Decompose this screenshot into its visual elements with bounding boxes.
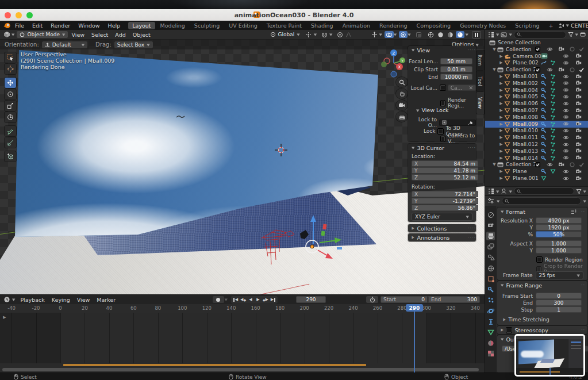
annotations-panel[interactable]: ▼Annotations···· <box>408 233 476 241</box>
filter-display-mode-icon[interactable] <box>487 188 494 194</box>
outliner-search[interactable] <box>514 31 566 39</box>
nodes-icon[interactable] <box>550 148 556 154</box>
expand-toggle[interactable]: ▶ <box>499 54 504 59</box>
chkdim-toggle-icon[interactable] <box>579 47 584 52</box>
view-lock-title[interactable]: View Lock <box>421 107 448 113</box>
properties-search[interactable] <box>502 197 581 205</box>
new-collection-icon[interactable] <box>580 32 586 37</box>
circ-toggle-icon[interactable] <box>570 67 575 72</box>
properties-tab-particles[interactable] <box>486 296 495 305</box>
clip-end-field[interactable]: 10000 m <box>440 74 472 80</box>
outliner-filter-icon[interactable] <box>568 32 574 37</box>
cam-toggle-icon[interactable] <box>575 80 582 86</box>
circ-toggle-icon[interactable] <box>570 47 575 52</box>
wrench-icon[interactable] <box>541 108 547 113</box>
expand-toggle[interactable]: ▼ <box>492 162 497 167</box>
nodes-icon[interactable] <box>550 80 556 86</box>
outliner-row-mball-005[interactable]: ▶Mball.005 <box>485 93 588 100</box>
expand-toggle[interactable]: ▶ <box>499 101 504 106</box>
eye-toggle-icon[interactable] <box>563 121 569 126</box>
outliner-row-mball-011[interactable]: ▶Mball.011 <box>485 134 588 141</box>
workspace-tab-geometry-nodes[interactable]: Geometry Nodes <box>456 22 510 29</box>
playhead-frame-badge[interactable]: 290 <box>406 304 423 312</box>
properties-tab-scene[interactable] <box>486 253 495 262</box>
shading-material-button[interactable] <box>446 31 455 38</box>
timeline-channels[interactable]: ▶ <box>0 313 485 363</box>
format-panel-title[interactable]: Format <box>506 209 525 215</box>
clip-start-field[interactable]: 0.01 m <box>440 66 472 72</box>
auto-keying-record-button[interactable] <box>213 296 224 303</box>
workspace-tab-rendering[interactable]: Rendering <box>375 22 412 29</box>
scene-selector[interactable]: ▼ CENTER <box>558 22 588 29</box>
circ-toggle-icon[interactable] <box>570 162 575 167</box>
cam-toggle-icon[interactable] <box>575 74 582 79</box>
nodes-icon[interactable] <box>550 121 556 127</box>
expand-toggle[interactable]: ▶ <box>499 128 504 133</box>
move-gizmo[interactable] <box>306 215 342 259</box>
pan-view-button[interactable] <box>396 89 408 99</box>
local-camera-field[interactable]: Ca...✕ <box>448 85 476 91</box>
shading-wireframe-button[interactable] <box>426 31 435 38</box>
outliner-row-mball-008[interactable]: ▶Mball.008 <box>485 114 588 121</box>
properties-options-icon[interactable]: ▼ <box>583 199 586 202</box>
zoom-view-button[interactable] <box>396 77 408 87</box>
eye-toggle-icon[interactable] <box>563 169 569 174</box>
cam-toggle-icon[interactable] <box>575 108 582 113</box>
tool-transform-button[interactable] <box>5 112 16 122</box>
timeline-editor-icon[interactable] <box>3 296 10 303</box>
cam-toggle-icon[interactable] <box>558 67 564 72</box>
outliner-row-mball-009[interactable]: ▶Mball.009 <box>485 121 588 128</box>
properties-tab-render[interactable] <box>486 221 495 230</box>
cam-toggle-icon[interactable] <box>575 101 582 106</box>
wrench-icon[interactable] <box>541 74 547 79</box>
cursor-rotation-x-field[interactable]: X72.714° <box>412 191 478 197</box>
eye-toggle-icon[interactable] <box>563 148 569 153</box>
workspace-tab-uv-editing[interactable]: UV Editing <box>225 22 262 29</box>
workspace-tab-modeling[interactable]: Modeling <box>156 22 189 29</box>
cursor-rotation-y-field[interactable]: Y-1.2739° <box>412 198 478 204</box>
viewport-menu-view[interactable]: View <box>68 32 88 38</box>
jump-to-start-button[interactable]: ◀ <box>232 297 239 303</box>
expand-toggle[interactable]: ▶ <box>499 169 504 174</box>
wrench-icon[interactable] <box>541 94 547 99</box>
cam-toggle-icon[interactable] <box>575 142 582 147</box>
eye-toggle-icon[interactable] <box>547 162 553 167</box>
falloff-curve-icon[interactable] <box>345 32 352 37</box>
shading-rendered-button[interactable] <box>456 31 464 38</box>
properties-tab-data[interactable] <box>486 328 495 337</box>
wrench-icon[interactable] <box>541 121 547 127</box>
workspace-tab-texture-paint[interactable]: Texture Paint <box>263 22 306 29</box>
wrench-icon[interactable] <box>541 80 547 86</box>
lock-to-object-field[interactable] <box>439 120 476 126</box>
wrench-icon[interactable] <box>541 141 547 147</box>
nodes-icon[interactable] <box>550 94 556 99</box>
outliner-row-scene-collection[interactable]: Scene Collection <box>485 39 588 46</box>
shading-solid-button[interactable] <box>436 31 445 38</box>
outliner-row-camera-004[interactable]: ▶Camera.004 <box>485 53 588 60</box>
tool-scale-button[interactable] <box>5 101 16 111</box>
wrench-icon[interactable] <box>541 128 547 133</box>
tool-cursor-button[interactable] <box>5 64 16 74</box>
cam-toggle-icon[interactable] <box>558 162 564 167</box>
topbar-menu-window[interactable]: Window <box>74 22 103 29</box>
eye-toggle-icon[interactable] <box>563 114 569 120</box>
workspace-tab-layout[interactable]: Layout <box>128 22 155 29</box>
properties-tab-texture[interactable] <box>486 350 495 358</box>
cam-toggle-icon[interactable] <box>575 114 582 120</box>
timeline-menu-keying[interactable]: Keying <box>48 297 74 303</box>
rotation-order-dropdown[interactable]: XYZ Euler▼ <box>412 213 472 221</box>
blender-logo-icon[interactable] <box>3 22 11 29</box>
npanel-tab-view[interactable]: View <box>476 92 484 114</box>
cam-toggle-icon[interactable] <box>575 176 582 181</box>
resolution-x-field[interactable]: 4920 px <box>536 217 582 224</box>
aspect-x-field[interactable]: 1.000 <box>536 240 582 247</box>
expand-toggle[interactable]: ▶ <box>499 156 504 160</box>
topbar-menu-help[interactable]: Help <box>104 22 125 29</box>
eye-toggle-icon[interactable] <box>563 155 569 160</box>
expand-toggle[interactable]: ▶ <box>499 74 504 79</box>
stereoscopy-checkbox[interactable] <box>506 327 512 333</box>
preview-range-toggle[interactable] <box>366 296 378 303</box>
expand-toggle[interactable]: ▶ <box>499 122 504 126</box>
wrench-icon[interactable] <box>541 135 547 140</box>
frame-range-title[interactable]: Frame Range <box>506 282 542 289</box>
